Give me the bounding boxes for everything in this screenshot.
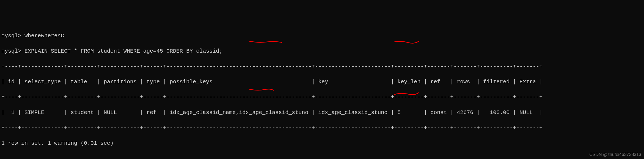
watermark-text: CSDN @zhufei463738313 [589, 152, 641, 158]
table-separator: +----+-------------+---------+----------… [1, 124, 643, 132]
query-line-1: mysql> EXPLAIN SELECT * FROM student WHE… [1, 47, 643, 55]
table-header-row: | id | select_type | table | partitions … [1, 78, 643, 86]
annotation-underline-2 [393, 40, 420, 45]
mysql-prompt: mysql> [1, 33, 21, 39]
table-separator: +----+-------------+---------+----------… [1, 63, 643, 70]
result-line-1: 1 row in set, 1 warning (0.01 sec) [1, 140, 643, 147]
table-separator: +----+-------------+---------+----------… [1, 93, 643, 101]
prompt-line-cancelled: mysql> wherewhere^C [1, 32, 643, 40]
query-text-1: EXPLAIN SELECT * FROM student WHERE age=… [24, 48, 222, 54]
blank-line [1, 155, 643, 159]
annotation-underline-1 [247, 40, 283, 45]
mysql-prompt: mysql> [1, 48, 21, 54]
table-data-row-1: | 1 | SIMPLE | student | NULL | ref | id… [1, 109, 643, 117]
annotation-underline-3 [247, 88, 275, 93]
cancelled-input: wherewhere^C [24, 33, 64, 39]
